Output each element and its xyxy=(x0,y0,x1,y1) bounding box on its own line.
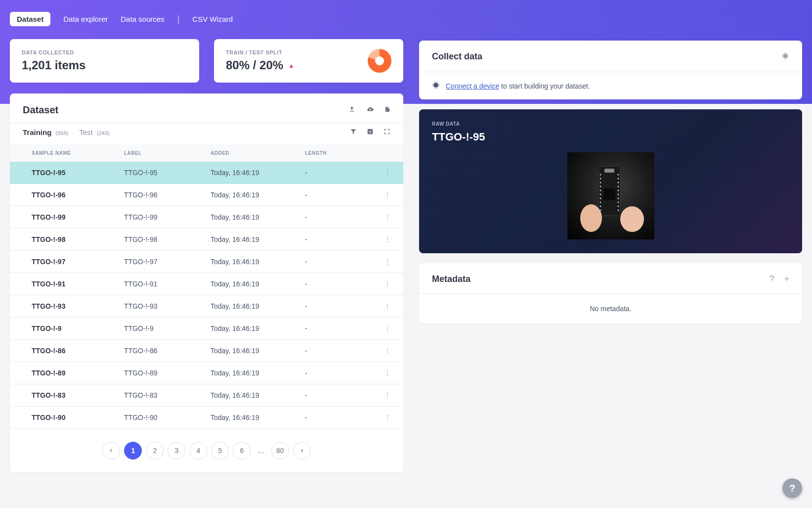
raw-title: TTGO-!-95 xyxy=(432,131,789,143)
expand-icon[interactable] xyxy=(384,128,390,137)
svg-rect-5 xyxy=(603,188,615,200)
row-menu-icon[interactable]: ⋮ xyxy=(372,184,403,206)
row-menu-icon[interactable]: ⋮ xyxy=(372,295,403,318)
page-prev[interactable] xyxy=(102,442,120,460)
metadata-add-icon[interactable]: + xyxy=(784,274,789,284)
page-last[interactable]: 80 xyxy=(271,442,289,460)
cell-added: Today, 16:46:19 xyxy=(207,340,301,362)
table-row[interactable]: TTGO-!-83TTGO-!-83Today, 16:46:19-⋮ xyxy=(10,384,403,407)
col-added: ADDED xyxy=(207,144,301,162)
subtab-training-count: (958) xyxy=(56,130,69,136)
table-row[interactable]: TTGO-!-98TTGO-!-98Today, 16:46:19-⋮ xyxy=(10,229,403,251)
table-row[interactable]: TTGO-!-91TTGO-!-91Today, 16:46:19-⋮ xyxy=(10,273,403,295)
row-menu-icon[interactable]: ⋮ xyxy=(372,206,403,229)
row-menu-icon[interactable]: ⋮ xyxy=(372,340,403,362)
subtab-training[interactable]: Training (958) xyxy=(23,128,68,137)
cell-sample-name: TTGO-!-83 xyxy=(10,384,120,407)
table-row[interactable]: TTGO-!-99TTGO-!-99Today, 16:46:19-⋮ xyxy=(10,206,403,229)
row-menu-icon[interactable]: ⋮ xyxy=(372,407,403,429)
table-row[interactable]: TTGO-!-86TTGO-!-86Today, 16:46:19-⋮ xyxy=(10,340,403,362)
cell-sample-name: TTGO-!-93 xyxy=(10,295,120,318)
cell-sample-name: TTGO-!-86 xyxy=(10,340,120,362)
chip-icon xyxy=(432,81,440,91)
cell-label: TTGO-!-86 xyxy=(120,340,207,362)
table-row[interactable]: TTGO-!-90TTGO-!-90Today, 16:46:19-⋮ xyxy=(10,407,403,429)
select-all-icon[interactable] xyxy=(367,128,374,137)
metadata-help-icon[interactable]: ? xyxy=(769,274,774,284)
svg-point-10 xyxy=(599,190,601,191)
cell-sample-name: TTGO-!-98 xyxy=(10,229,120,251)
tab-csv-wizard[interactable]: CSV Wizard xyxy=(192,15,233,23)
svg-point-25 xyxy=(617,210,619,211)
svg-point-17 xyxy=(617,178,619,180)
sample-image xyxy=(567,152,654,239)
filter-icon[interactable] xyxy=(350,128,357,137)
page-5[interactable]: 5 xyxy=(211,442,229,460)
cell-label: TTGO-!-97 xyxy=(120,251,207,273)
page-4[interactable]: 4 xyxy=(189,442,207,460)
cell-length: - xyxy=(301,162,372,184)
page-1[interactable]: 1 xyxy=(124,442,142,460)
cell-label: TTGO-!-93 xyxy=(120,295,207,318)
tab-dataset[interactable]: Dataset xyxy=(10,12,50,26)
cell-label: TTGO-!-89 xyxy=(120,362,207,384)
table-row[interactable]: TTGO-!-95TTGO-!-95Today, 16:46:19-⋮ xyxy=(10,162,403,184)
row-menu-icon[interactable]: ⋮ xyxy=(372,251,403,273)
table-row[interactable]: TTGO-!-96TTGO-!-96Today, 16:46:19-⋮ xyxy=(10,184,403,206)
row-menu-icon[interactable]: ⋮ xyxy=(372,384,403,407)
cell-length: - xyxy=(301,206,372,229)
subtab-test[interactable]: Test (243) xyxy=(79,128,109,137)
row-menu-icon[interactable]: ⋮ xyxy=(372,318,403,340)
file-icon[interactable] xyxy=(385,106,390,114)
collect-data-card: Collect data Connect a device to start b… xyxy=(419,41,802,99)
cell-sample-name: TTGO-!-96 xyxy=(10,184,120,206)
raw-heading: RAW DATA xyxy=(432,121,789,127)
help-fab[interactable]: ? xyxy=(782,478,802,498)
cell-added: Today, 16:46:19 xyxy=(207,162,301,184)
cell-label: TTGO-!-91 xyxy=(120,273,207,295)
svg-point-21 xyxy=(617,194,619,195)
svg-point-13 xyxy=(599,202,601,203)
row-menu-icon[interactable]: ⋮ xyxy=(372,162,403,184)
cell-length: - xyxy=(301,407,372,429)
table-row[interactable]: TTGO-!-97TTGO-!-97Today, 16:46:19-⋮ xyxy=(10,251,403,273)
row-menu-icon[interactable]: ⋮ xyxy=(372,273,403,295)
svg-point-7 xyxy=(599,178,601,180)
cell-added: Today, 16:46:19 xyxy=(207,273,301,295)
cell-sample-name: TTGO-!-95 xyxy=(10,162,120,184)
svg-point-6 xyxy=(599,174,601,176)
metadata-empty: No metadata. xyxy=(419,293,802,323)
cell-label: TTGO-!-90 xyxy=(120,407,207,429)
connect-suffix: to start building your dataset. xyxy=(499,82,590,90)
device-icon[interactable] xyxy=(781,52,789,62)
table-row[interactable]: TTGO-!-9TTGO-!-9Today, 16:46:19-⋮ xyxy=(10,318,403,340)
subtab-test-count: (243) xyxy=(97,130,110,136)
table-row[interactable]: TTGO-!-89TTGO-!-89Today, 16:46:19-⋮ xyxy=(10,362,403,384)
cell-length: - xyxy=(301,184,372,206)
tab-data-sources[interactable]: Data sources xyxy=(121,15,164,23)
dataset-panel: Dataset Training ( xyxy=(10,93,403,472)
cell-length: - xyxy=(301,251,372,273)
page-3[interactable]: 3 xyxy=(168,442,185,460)
svg-point-11 xyxy=(599,194,601,195)
connect-device-link[interactable]: Connect a device xyxy=(446,82,499,90)
cell-sample-name: TTGO-!-97 xyxy=(10,251,120,273)
row-menu-icon[interactable]: ⋮ xyxy=(372,229,403,251)
page-6[interactable]: 6 xyxy=(233,442,251,460)
page-2[interactable]: 2 xyxy=(146,442,164,460)
top-nav: Dataset Data explorer Data sources | CSV… xyxy=(10,12,403,26)
cell-added: Today, 16:46:19 xyxy=(207,229,301,251)
cloud-download-icon[interactable] xyxy=(366,106,375,114)
page-next[interactable] xyxy=(293,442,311,460)
upload-icon[interactable] xyxy=(348,106,356,114)
stat-card-collected: DATA COLLECTED 1,201 items xyxy=(10,39,199,83)
cell-added: Today, 16:46:19 xyxy=(207,251,301,273)
tab-data-explorer[interactable]: Data explorer xyxy=(63,15,108,23)
page-ellipsis: ... xyxy=(255,446,267,455)
cell-label: TTGO-!-95 xyxy=(120,162,207,184)
dataset-panel-title: Dataset xyxy=(23,104,58,116)
warning-icon[interactable]: ▲ xyxy=(288,62,295,69)
row-menu-icon[interactable]: ⋮ xyxy=(372,362,403,384)
table-row[interactable]: TTGO-!-93TTGO-!-93Today, 16:46:19-⋮ xyxy=(10,295,403,318)
cell-added: Today, 16:46:19 xyxy=(207,206,301,229)
